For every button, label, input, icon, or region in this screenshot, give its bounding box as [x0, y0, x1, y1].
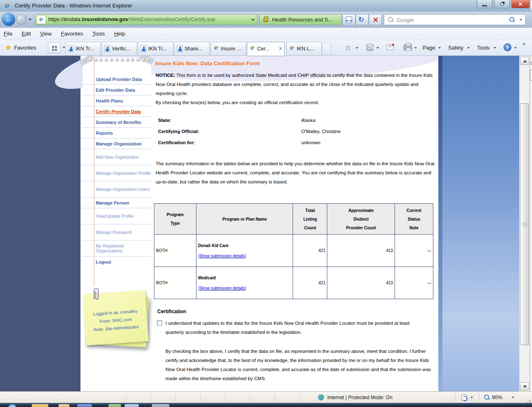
tab-certify-active[interactable]: Cer... x: [247, 42, 285, 56]
back-button[interactable]: ←: [2, 13, 15, 26]
url-text[interactable]: https://ikndata.insurekidsnow.gov/WebExt…: [48, 17, 246, 22]
page-menu[interactable]: Page: [423, 45, 435, 51]
new-tab-stub[interactable]: [322, 43, 331, 55]
tab-ikn-tr-2[interactable]: IKN Tr...: [138, 42, 173, 56]
rss-feed-icon[interactable]: [366, 44, 374, 51]
state-value: Alaska: [301, 118, 316, 123]
sidebar-item-edit-provider-data[interactable]: Edit Provider Data: [83, 85, 151, 95]
checkbox-note: By checking the box(es) below, you are c…: [156, 98, 435, 107]
zoom-dropdown[interactable]: [471, 397, 473, 398]
menu-help[interactable]: Help: [110, 28, 129, 37]
show-submission-details-link[interactable]: (Show submission details): [198, 286, 246, 290]
help-icon[interactable]: ?: [504, 43, 511, 51]
sidebar-item-view-update-profile[interactable]: View/Update Profile: [83, 208, 151, 224]
tab-insure[interactable]: Insure ...: [210, 42, 246, 56]
forward-button[interactable]: →: [16, 14, 27, 25]
menu-file[interactable]: File: [0, 28, 16, 37]
safety-menu[interactable]: Safety: [448, 45, 463, 51]
clipped-control: [530, 70, 532, 81]
tab-verification[interactable]: Verific...: [102, 42, 137, 56]
help-dropdown[interactable]: [514, 47, 517, 49]
taskbar-window-button[interactable]: [125, 404, 139, 407]
zoom-magnifier-icon: [484, 394, 489, 400]
home-dropdown[interactable]: [356, 47, 358, 49]
zoom-level[interactable]: 90%: [492, 395, 502, 400]
navigation-bar: ← → https://ikndata.insurekidsnow.gov/We…: [0, 12, 532, 28]
show-submission-details-link[interactable]: (Show submission details): [198, 254, 246, 258]
read-mail-icon[interactable]: [386, 45, 394, 50]
scroll-up-button[interactable]: [520, 57, 529, 65]
security-badge[interactable]: Health Resources and S...: [259, 14, 342, 25]
document-person-icon: [68, 45, 73, 52]
taskbar-window-button[interactable]: [78, 404, 92, 407]
compatibility-view-button[interactable]: [343, 14, 355, 25]
sidebar-item-add-new-organization[interactable]: Add New Organization: [83, 149, 151, 165]
certify-checkbox[interactable]: [157, 320, 162, 326]
menu-tools[interactable]: Tools: [89, 28, 109, 37]
toolbar-overflow-chevron[interactable]: »: [523, 40, 525, 47]
menu-edit[interactable]: Edit: [18, 28, 34, 37]
taskbar-window-button[interactable]: [109, 404, 121, 407]
program-type-cell: BOTH: [154, 235, 196, 267]
safety-dropdown[interactable]: [467, 47, 470, 49]
tools-menu[interactable]: Tools: [477, 45, 489, 51]
col-total-listing: TotalListingCount: [293, 204, 327, 235]
menu-favorites[interactable]: Favorites: [57, 28, 87, 37]
sidebar-item-reports[interactable]: Reports: [83, 128, 151, 138]
quick-tabs-icon: [52, 46, 54, 48]
close-button[interactable]: ✕: [511, 0, 530, 8]
home-icon[interactable]: ⌂: [346, 43, 350, 52]
zoom-level-dropdown[interactable]: [512, 397, 514, 398]
sidebar-item-manage-organization-profile[interactable]: Manage Organization Profile: [83, 165, 151, 181]
tab-ikn-tr-1[interactable]: IKN Tr...: [65, 42, 101, 56]
sidebar-item-manage-person[interactable]: Manage Person: [83, 198, 151, 208]
page-dropdown[interactable]: [438, 47, 441, 49]
url-dropdown[interactable]: [251, 19, 255, 21]
scrollbar-thumb[interactable]: [520, 103, 529, 345]
sidebar-item-summary-of-benefits[interactable]: Summary of Benefits: [83, 117, 151, 128]
certificate-owner: Health Resources and S...: [272, 17, 332, 23]
restore-button[interactable]: [494, 0, 510, 8]
resize-grip[interactable]: [529, 400, 530, 401]
start-button[interactable]: [7, 404, 17, 407]
print-icon[interactable]: [404, 44, 412, 50]
sidebar-item-my-registered-organizations[interactable]: My Registered Organizations: [83, 240, 151, 257]
taskbar-folder-button[interactable]: [32, 404, 48, 407]
sidebar-item-certify-provider-data[interactable]: Certify Provider Data: [83, 106, 151, 117]
print-dropdown[interactable]: [414, 47, 417, 49]
address-bar[interactable]: https://ikndata.insurekidsnow.gov/WebExt…: [35, 14, 258, 25]
recent-pages-dropdown[interactable]: [28, 19, 32, 21]
minimize-button[interactable]: [477, 0, 492, 8]
search-box[interactable]: Google: [384, 14, 526, 25]
sidebar-item-manage-organization-users[interactable]: Manage Organization Users: [83, 181, 151, 198]
page-left-background: [0, 56, 80, 391]
scroll-down-button[interactable]: [520, 382, 529, 390]
taskbar-app-button[interactable]: [59, 404, 69, 407]
sidebar-item-manage-organization[interactable]: Manage Organization: [83, 138, 151, 149]
sidebar-item-manage-password[interactable]: Manage Password: [83, 224, 151, 240]
sidebar-item-health-plans[interactable]: Health Plans: [83, 95, 151, 106]
sidebar-item-logout[interactable]: Logout: [83, 257, 151, 267]
table-header-row: ProgramType Program or Plan Name TotalLi…: [154, 204, 433, 235]
favorites-button[interactable]: Favorites: [14, 45, 36, 51]
certifying-official-value: O'Malley, Christine: [301, 129, 340, 134]
sidebar-item-upload-provider-data[interactable]: Upload Provider Data: [83, 74, 151, 85]
refresh-button[interactable]: ↻: [356, 14, 369, 25]
total-listing-cell: 421: [293, 235, 327, 267]
tab-ikn-l[interactable]: IKN L...: [286, 42, 322, 56]
search-go-icon[interactable]: [509, 17, 515, 22]
search-options-dropdown[interactable]: [520, 19, 522, 21]
taskbar-window-button[interactable]: [152, 404, 169, 407]
change-zoom-icon[interactable]: [461, 394, 467, 400]
quick-tabs-button[interactable]: [48, 42, 61, 53]
certification-fields: State: Alaska Certifying Official: O'Mal…: [158, 118, 430, 151]
favorites-star-icon[interactable]: ★: [5, 43, 12, 52]
stop-button[interactable]: ✕: [369, 14, 382, 25]
tools-dropdown[interactable]: [494, 47, 496, 49]
status-bar: Internet | Protected Mode: On 90%: [0, 391, 532, 403]
page-scrollbar[interactable]: [519, 56, 529, 391]
menu-view[interactable]: View: [36, 28, 55, 37]
tab-share[interactable]: Share...: [174, 42, 210, 56]
rss-dropdown[interactable]: [376, 47, 379, 49]
tab-close-icon[interactable]: x: [279, 45, 282, 51]
